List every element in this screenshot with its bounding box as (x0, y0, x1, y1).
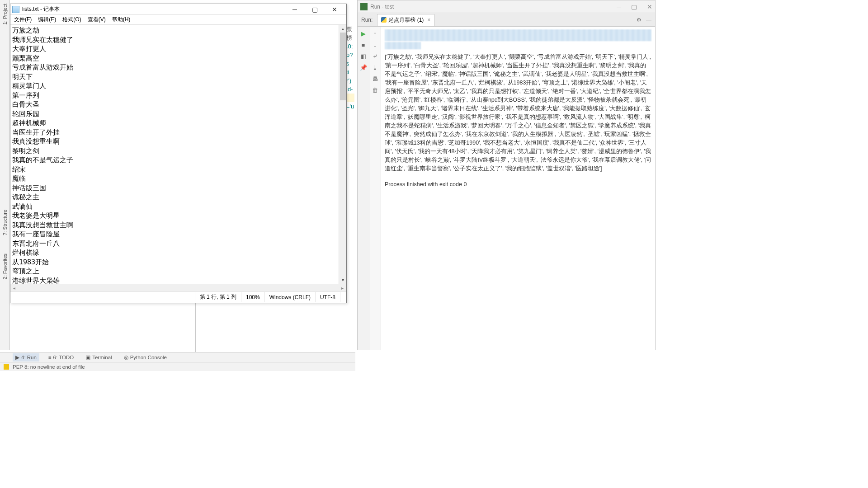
run-window-titlebar[interactable]: Run - test ─ ▢ ✕ (358, 0, 655, 13)
status-encoding: UTF-8 (315, 292, 340, 302)
editor-code-peek: 票榜.0;o?stir')id- ='u (346, 25, 355, 111)
print-icon[interactable]: 🖶 (372, 75, 378, 82)
scroll-left-arrow-icon[interactable]: ◂ (10, 284, 18, 291)
notepad-vscrollbar[interactable]: ▴ ▾ (339, 25, 346, 284)
run-window-title: Run - test (370, 4, 394, 10)
terminal-tool-tab[interactable]: ▣ Terminal (83, 353, 114, 361)
scroll-right-arrow-icon[interactable]: ▸ (339, 284, 346, 291)
todo-tool-tab[interactable]: ≡ 6: TODO (46, 354, 76, 361)
project-tool-tab[interactable]: 1: Project (2, 4, 8, 24)
status-message: PEP 8: no newline at end of file (13, 364, 85, 370)
soft-wrap-icon[interactable]: ⤶ (373, 53, 377, 60)
trash-icon[interactable]: 🗑 (372, 87, 378, 94)
menu-edit[interactable]: 编辑(E) (38, 16, 56, 23)
notepad-icon (12, 6, 19, 13)
menu-help[interactable]: 帮助(H) (112, 16, 131, 23)
menu-file[interactable]: 文件(F) (14, 16, 32, 23)
editor-splitter[interactable] (172, 303, 172, 352)
run-tab-bar: Run: 起点月票榜 (1) × ⚙ — (358, 13, 655, 27)
ide-bottom-toolbar: ▶ 4: Run ≡ 6: TODO ▣ Terminal ◎ Python C… (0, 352, 355, 362)
minimize-button[interactable]: ─ (285, 5, 305, 14)
rerun-icon[interactable]: ▶ (361, 30, 366, 37)
console-exit-message: Process finished with exit code 0 (385, 181, 651, 188)
run-tool-tab[interactable]: ▶ 4: Run (13, 353, 39, 361)
run-config-tab[interactable]: 起点月票榜 (1) × (377, 14, 434, 26)
status-zoom: 100% (241, 292, 264, 302)
python-icon (381, 17, 387, 23)
settings-icon[interactable]: ⚙ (637, 17, 642, 23)
run-gutter-secondary: ↑ ↓ ⤶ ⤓ 🖶 🗑 (369, 27, 381, 350)
notepad-statusbar: 第 1 行, 第 1 列 100% Windows (CRLF) UTF-8 (10, 291, 346, 302)
run-label: Run: (361, 17, 373, 23)
menu-format[interactable]: 格式(O) (62, 16, 81, 23)
notepad-titlebar[interactable]: lists.txt - 记事本 ─ ▢ ✕ (10, 4, 346, 15)
scroll-up-arrow-icon[interactable]: ▴ (339, 25, 346, 33)
layout-icon[interactable]: ◧ (361, 53, 366, 60)
maximize-button[interactable]: ▢ (631, 3, 637, 10)
scroll-thumb[interactable] (340, 33, 346, 100)
stop-icon[interactable]: ■ (362, 42, 365, 48)
ide-statusbar: PEP 8: no newline at end of file (0, 362, 355, 371)
pycharm-icon (360, 3, 368, 10)
notepad-hscrollbar[interactable]: ◂ ▸ (10, 284, 346, 291)
scroll-to-end-icon[interactable]: ⤓ (373, 64, 377, 71)
up-arrow-icon[interactable]: ↑ (373, 30, 377, 37)
notepad-menubar: 文件(F) 编辑(E) 格式(O) 查看(V) 帮助(H) (10, 15, 346, 25)
notepad-title-text: lists.txt - 记事本 (22, 5, 60, 13)
close-button[interactable]: ✕ (325, 5, 344, 14)
run-console[interactable]: ['万族之劫', '我师兄实在太稳健了', '大奉打更人', '颤栗高空', '… (381, 27, 655, 350)
run-gutter-primary: ▶ ■ ◧ 📌 (358, 27, 369, 350)
run-tool-window: Run - test ─ ▢ ✕ Run: 起点月票榜 (1) × ⚙ — ▶ … (357, 0, 656, 350)
scroll-down-arrow-icon[interactable]: ▾ (339, 276, 346, 284)
ide-left-toolstrip: 1: Project 7: Structure 2: Favorites (0, 0, 10, 350)
maximize-button[interactable]: ▢ (305, 5, 325, 14)
console-command-line-blurred (385, 29, 651, 41)
down-arrow-icon[interactable]: ↓ (373, 42, 377, 48)
console-output: ['万族之劫', '我师兄实在太稳健了', '大奉打更人', '颤栗高空', '… (385, 53, 651, 173)
tab-close-icon[interactable]: × (427, 17, 430, 23)
menu-view[interactable]: 查看(V) (88, 16, 106, 23)
editor-splitter[interactable] (195, 303, 196, 352)
structure-tool-tab[interactable]: 7: Structure (2, 210, 8, 235)
warning-icon (4, 364, 9, 370)
status-cursor-pos: 第 1 行, 第 1 列 (195, 292, 241, 302)
pin-icon[interactable]: 📌 (360, 64, 367, 71)
status-eol: Windows (CRLF) (264, 292, 315, 302)
console-command-line-blurred (385, 42, 421, 49)
favorites-tool-tab[interactable]: 2: Favorites (2, 253, 8, 279)
notepad-window: lists.txt - 记事本 ─ ▢ ✕ 文件(F) 编辑(E) 格式(O) … (10, 4, 347, 303)
resize-grip-icon[interactable] (340, 292, 346, 302)
python-console-tool-tab[interactable]: ◎ Python Console (121, 353, 170, 361)
minimize-button[interactable]: ─ (617, 3, 621, 10)
minimize-tool-icon[interactable]: — (646, 17, 651, 23)
notepad-textarea[interactable]: 万族之劫 我师兄实在太稳健了 大奉打更人 颤栗高空 亏成首富从游戏开始 明天下 … (10, 25, 346, 284)
run-config-name: 起点月票榜 (1) (388, 16, 424, 24)
close-button[interactable]: ✕ (647, 3, 652, 10)
